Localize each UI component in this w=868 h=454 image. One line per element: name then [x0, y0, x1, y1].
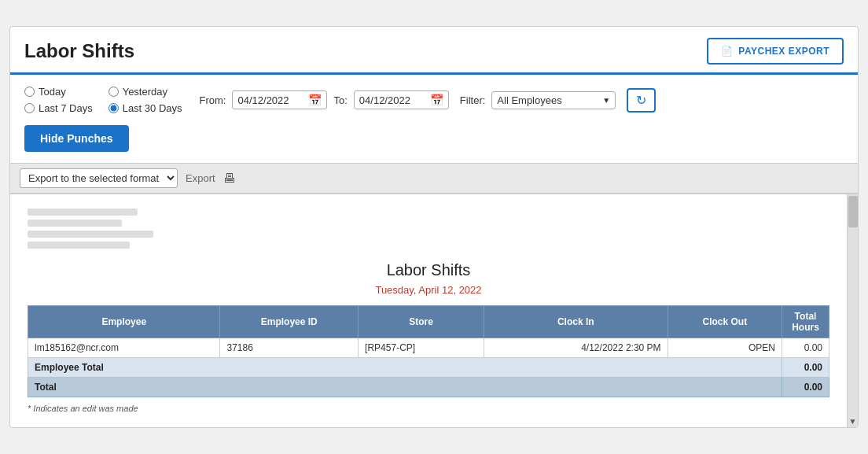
scrollbar-thumb[interactable]	[848, 196, 858, 227]
to-calendar-icon[interactable]: 📅	[430, 94, 443, 106]
subtotal-row: Employee Total 0.00	[28, 358, 829, 378]
report-date: Tuesday, April 12, 2022	[28, 284, 829, 296]
cell-total-hours: 0.00	[782, 338, 829, 358]
col-employee-id: Employee ID	[220, 306, 359, 338]
export-button[interactable]: Export	[186, 172, 215, 184]
from-date-wrap: 📅	[232, 90, 327, 109]
to-date-input[interactable]	[359, 94, 427, 106]
col-employee: Employee	[28, 306, 220, 338]
radio-yesterday[interactable]: Yesterday	[108, 86, 182, 98]
filter-label: Filter:	[460, 94, 486, 106]
file-icon: 📄	[721, 46, 734, 57]
cell-store: [RP457-CP]	[359, 338, 484, 358]
refresh-button[interactable]: ↻	[627, 88, 656, 113]
table-header-row: Employee Employee ID Store Clock In Cloc…	[28, 306, 829, 338]
from-calendar-icon[interactable]: 📅	[308, 94, 322, 106]
subtotal-value: 0.00	[782, 358, 829, 378]
footnote: * Indicates an edit was made	[28, 404, 829, 413]
table-row: lm185162@ncr.com 37186 [RP457-CP] 4/12/2…	[28, 338, 829, 358]
from-label: From:	[200, 94, 226, 106]
controls-row: Today Yesterday Last 7 Days Last 30 Days…	[10, 75, 858, 122]
scrollbar-down-arrow-icon[interactable]: ▼	[849, 417, 857, 426]
date-filter-row: From: 📅 To: 📅 Filter: All Employees Acti…	[200, 88, 657, 113]
report-area: Labor Shifts Tuesday, April 12, 2022 Emp…	[10, 194, 847, 427]
total-value: 0.00	[782, 378, 829, 397]
total-label: Total	[28, 378, 782, 397]
subtotal-label: Employee Total	[28, 358, 782, 378]
filter-select[interactable]: All Employees Active Employees Inactive …	[497, 94, 599, 106]
dropdown-arrow-icon: ▼	[602, 96, 610, 105]
radio-last7[interactable]: Last 7 Days	[24, 102, 93, 114]
col-clock-in: Clock In	[484, 306, 668, 338]
col-store: Store	[359, 306, 484, 338]
col-clock-out: Clock Out	[668, 306, 782, 338]
report-table: Employee Employee ID Store Clock In Cloc…	[28, 305, 829, 397]
cell-employee: lm185162@ncr.com	[28, 338, 220, 358]
col-total-hours: Total Hours	[782, 306, 829, 338]
header: Labor Shifts 📄 PAYCHEX EXPORT	[10, 27, 858, 72]
hide-punches-button[interactable]: Hide Punches	[24, 125, 129, 152]
print-icon[interactable]: 🖶	[223, 172, 236, 186]
main-container: Labor Shifts 📄 PAYCHEX EXPORT Today Yest…	[9, 26, 859, 428]
cell-clock-out: OPEN	[668, 338, 782, 358]
to-date-wrap: 📅	[354, 90, 449, 109]
filter-select-wrap: All Employees Active Employees Inactive …	[491, 91, 616, 109]
scrollbar-track[interactable]: ▼	[847, 194, 858, 427]
toolbar: Export to the selected format CSV Excel …	[10, 163, 858, 194]
report-title: Labor Shifts	[28, 261, 829, 279]
cell-clock-in: 4/12/2022 2:30 PM	[484, 338, 668, 358]
total-row: Total 0.00	[28, 378, 829, 397]
address-block	[28, 209, 829, 249]
radio-today[interactable]: Today	[24, 86, 93, 98]
cell-employee-id: 37186	[220, 338, 359, 358]
from-date-input[interactable]	[237, 94, 305, 106]
hide-punches-row: Hide Punches	[10, 122, 858, 163]
report-title-section: Labor Shifts Tuesday, April 12, 2022	[28, 261, 829, 296]
content-area: Labor Shifts Tuesday, April 12, 2022 Emp…	[10, 194, 858, 427]
to-label: To:	[333, 94, 347, 106]
radio-group: Today Yesterday Last 7 Days Last 30 Days	[24, 86, 182, 114]
radio-last30[interactable]: Last 30 Days	[108, 102, 182, 114]
paychex-export-button[interactable]: 📄 PAYCHEX EXPORT	[707, 38, 844, 65]
export-format-select[interactable]: Export to the selected format CSV Excel …	[20, 168, 178, 188]
page-title: Labor Shifts	[24, 40, 134, 62]
